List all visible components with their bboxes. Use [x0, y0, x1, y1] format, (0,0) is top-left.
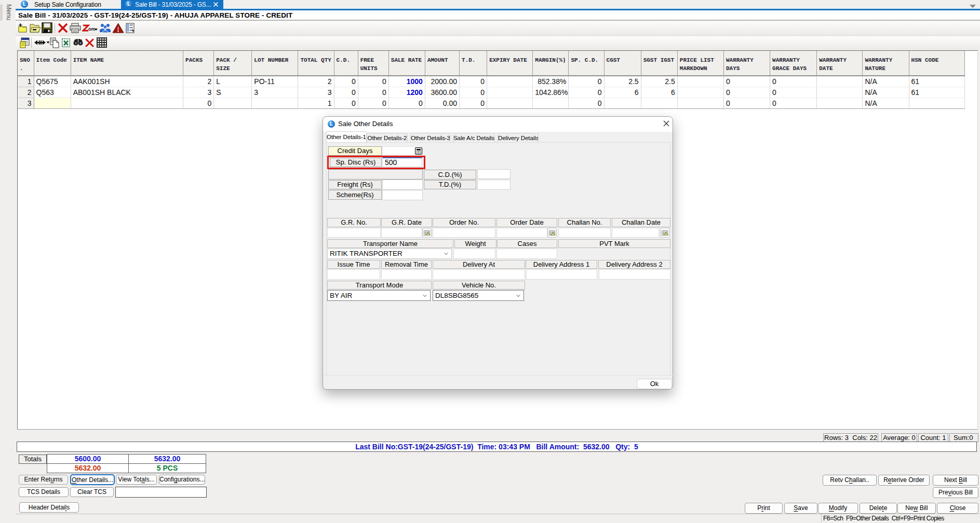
svg-text:om: om	[88, 26, 96, 32]
